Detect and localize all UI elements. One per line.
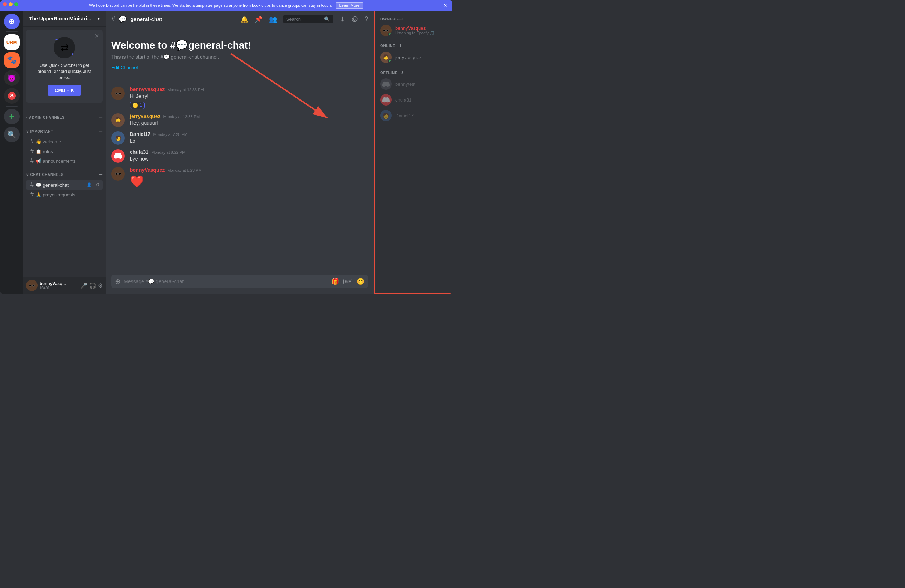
headphones-icon[interactable]: 🎧 <box>89 282 96 289</box>
avatar <box>380 78 392 90</box>
fullscreen-button[interactable] <box>14 2 18 6</box>
sidebar-item-add-server[interactable]: + <box>4 109 20 124</box>
sidebar-item-urm[interactable]: URM <box>4 34 20 50</box>
settings-icon[interactable]: ⚙ <box>96 182 100 187</box>
search-input[interactable] <box>286 16 322 22</box>
avatar: 🧔 <box>380 52 392 63</box>
quick-switcher-icon: ⇄ ✦ ✦ <box>54 37 75 58</box>
chevron-down-icon: ∨ <box>26 130 29 133</box>
help-icon[interactable]: ? <box>365 15 368 23</box>
member-item-bennytest[interactable]: bennytest <box>377 76 449 92</box>
sidebar-item-red-x[interactable]: ✕ <box>4 88 20 104</box>
avatar: 🧑 <box>111 131 125 145</box>
member-name: jerryvasquez <box>395 55 422 60</box>
member-item-chula31[interactable]: chula31 <box>377 92 449 108</box>
member-item-daniel17[interactable]: 🧑 Daniel17 <box>377 108 449 124</box>
welcome-text-bold: Welcome to #💬general-chat! <box>111 40 251 51</box>
avatar: 🧑 <box>380 110 392 121</box>
channel-hash-icon: # <box>30 191 33 198</box>
message-reaction[interactable]: 🟡 1 <box>130 101 144 109</box>
message-timestamp: Monday at 8:22 PM <box>151 150 185 155</box>
message-row: 🧔 jerryvasquez Monday at 12:33 PM Hey, g… <box>106 112 374 128</box>
search-box[interactable]: 🔍 <box>283 15 333 23</box>
sidebar-item-discord-home[interactable]: ⊕ <box>4 14 20 29</box>
svg-text:✕: ✕ <box>10 93 14 98</box>
category-chat-channels-label[interactable]: ∨ CHAT CHANNELS <box>26 173 64 177</box>
main-content: # 💬 general-chat 🔔 📌 👥 🔍 ⬇ @ ? <box>106 11 374 294</box>
user-settings-icon[interactable]: ⚙ <box>98 282 103 289</box>
add-admin-channel-icon[interactable]: + <box>99 114 103 121</box>
message-input[interactable] <box>124 275 329 288</box>
message-divider <box>111 79 368 79</box>
avatar <box>111 149 125 163</box>
server-header[interactable]: The UpperRoom Ministri... ▾ <box>23 11 106 27</box>
message-body: jerryvasquez Monday at 12:33 PM Hey, guu… <box>130 113 368 127</box>
sidebar-item-dark-face[interactable]: 😈 <box>4 70 20 86</box>
app-container: ⊕ URM 🐾 😈 ✕ + 🔍 The UpperRoom Ministri..… <box>0 11 452 294</box>
sidebar-item-explore[interactable]: 🔍 <box>4 127 20 143</box>
category-important-label[interactable]: ∨ IMPORTANT <box>26 130 53 133</box>
notification-close-icon[interactable]: ✕ <box>443 3 448 8</box>
sidebar-item-orange-paw[interactable]: 🐾 <box>4 52 20 68</box>
member-item-jerry-vasquez[interactable]: 🧔 jerryvasquez <box>377 49 449 65</box>
message-input-box: ⊕ 🎁 GIF 😊 <box>111 275 368 288</box>
pin-icon[interactable]: 📌 <box>255 15 262 23</box>
channel-header-emoji: 💬 <box>119 15 127 23</box>
channel-hash-icon: # <box>30 148 33 155</box>
member-name: bennyVasquez <box>395 25 435 31</box>
message-row: 🕶️ bennyVasquez Monday at 8:23 PM ❤️ <box>106 166 374 191</box>
quick-switcher-shortcut-button[interactable]: CMD + K <box>48 85 81 96</box>
channel-hash-icon: # <box>30 182 33 188</box>
message-author: Daniel17 <box>130 131 151 137</box>
channel-item-announcements[interactable]: # 📢 announcements <box>26 156 103 166</box>
channel-item-welcome[interactable]: # 👋 welcome <box>26 137 103 146</box>
inbox-icon[interactable]: @ <box>352 15 358 23</box>
close-button[interactable] <box>3 2 7 6</box>
quick-switcher-popup: ✕ ⇄ ✦ ✦ Use Quick Switcher to get around… <box>26 30 103 103</box>
minimize-button[interactable] <box>9 2 13 6</box>
message-header: chula31 Monday at 8:22 PM <box>130 149 368 155</box>
add-member-icon[interactable]: 👤+ <box>87 182 94 187</box>
emoji-icon[interactable]: 😊 <box>357 277 365 285</box>
channel-sidebar: The UpperRoom Ministri... ▾ ✕ ⇄ ✦ ✦ Use … <box>23 11 106 294</box>
chevron-right-icon: › <box>26 116 27 119</box>
quick-switcher-close-icon[interactable]: ✕ <box>94 33 99 40</box>
member-item-benny-vasquez[interactable]: 🕶️ bennyVasquez Listening to Spotify 🎵 <box>377 22 449 38</box>
category-admin-channels-label[interactable]: › ADMIN CHANNELS <box>26 116 64 119</box>
channel-item-prayer-requests[interactable]: # 🙏 prayer-requests <box>26 190 103 199</box>
channel-header: # 💬 general-chat 🔔 📌 👥 🔍 ⬇ @ ? <box>106 11 374 28</box>
bell-icon[interactable]: 🔔 <box>240 15 248 23</box>
add-chat-channel-icon[interactable]: + <box>99 171 103 179</box>
username: bennyVasq... <box>40 281 78 286</box>
members-icon[interactable]: 👥 <box>269 15 277 23</box>
category-admin-channels: › ADMIN CHANNELS + <box>23 109 106 123</box>
status-online-dot <box>388 33 392 36</box>
add-file-icon[interactable]: ⊕ <box>115 277 121 286</box>
header-icons: 🔔 📌 👥 🔍 ⬇ @ ? <box>240 15 368 23</box>
member-status: Listening to Spotify 🎵 <box>395 31 435 35</box>
member-info: jerryvasquez <box>395 55 422 60</box>
quick-switcher-description: Use Quick Switcher to get around Discord… <box>33 63 95 81</box>
channel-item-rules[interactable]: # 📋 rules <box>26 147 103 156</box>
notification-text: We hope Discord can be helpful in these … <box>89 3 332 8</box>
member-name: bennytest <box>395 82 415 87</box>
edit-channel-link[interactable]: Edit Channel <box>111 65 138 70</box>
sparkle-icon-2: ✦ <box>71 52 74 56</box>
message-author: bennyVasquez <box>130 167 165 173</box>
gif-button[interactable]: GIF <box>343 279 352 284</box>
learn-more-button[interactable]: Learn More <box>335 2 364 9</box>
members-category-offline: OFFLINE—3 <box>377 65 449 76</box>
members-category-owners: OWNERS—1 <box>377 17 449 22</box>
channel-list: › ADMIN CHANNELS + ∨ IMPORTANT + # 👋 wel… <box>23 106 106 277</box>
category-important: ∨ IMPORTANT + <box>23 123 106 136</box>
members-sidebar: OWNERS—1 🕶️ bennyVasquez Listening to Sp… <box>374 11 452 294</box>
search-icon: 🔍 <box>324 16 330 22</box>
download-icon[interactable]: ⬇ <box>340 15 345 23</box>
microphone-icon[interactable]: 🎤 <box>81 282 87 289</box>
channel-item-general-chat[interactable]: # 💬 general-chat 👤+ ⚙ <box>26 180 103 190</box>
add-important-channel-icon[interactable]: + <box>99 128 103 135</box>
gift-icon[interactable]: 🎁 <box>331 277 339 285</box>
message-row: 🕶️ bennyVasquez Monday at 12:33 PM Hi Je… <box>106 85 374 111</box>
user-area: 🕶️ bennyVasq... #8491 🎤 🎧 ⚙ <box>23 277 106 294</box>
message-header: bennyVasquez Monday at 12:33 PM <box>130 87 368 92</box>
